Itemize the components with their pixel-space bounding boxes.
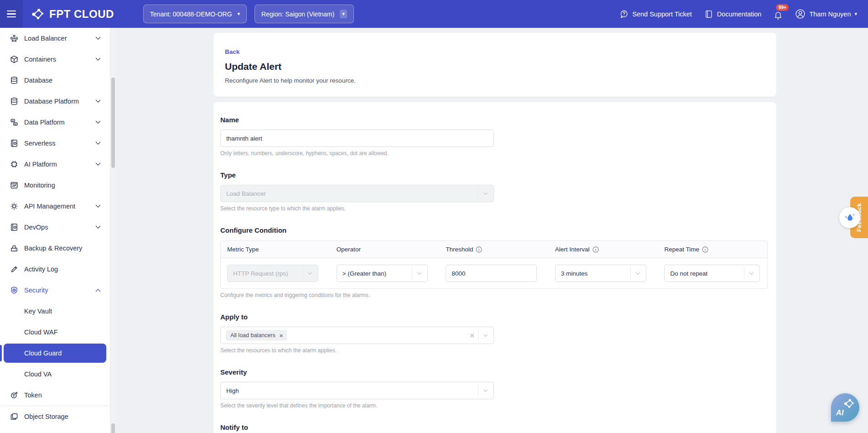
apply-to-select[interactable]: All load balancers × × — [220, 327, 494, 344]
sidebar-item-label: Key Vault — [24, 308, 52, 315]
alert-interval-select[interactable]: 3 minutes — [555, 265, 646, 282]
sidebar-item-token[interactable]: Token — [0, 385, 110, 406]
shield-icon — [10, 286, 18, 294]
documentation-label: Documentation — [717, 10, 762, 18]
sidebar-item-devops[interactable]: DevOps — [0, 217, 110, 238]
sidebar-item-backup-recovery[interactable]: Backup & Recovery — [0, 238, 110, 259]
feedback-icon-circle — [839, 207, 860, 228]
sidebar-item-containers[interactable]: Containers — [0, 49, 110, 70]
type-section: Type Load Balancer Select the resource t… — [220, 171, 768, 212]
sidebar-item-load-balancer[interactable]: Load Balancer — [0, 28, 110, 49]
fpt-cloud-logo-icon — [31, 7, 45, 21]
configure-condition-section: Configure Condition Metric TypeOperatorT… — [220, 226, 768, 298]
chevron-down-icon — [95, 141, 101, 145]
gear-icon — [10, 202, 18, 210]
sidebar-scrollbar[interactable] — [110, 28, 115, 433]
navbar-actions: Send Support Ticket Documentation 99+ Th… — [619, 8, 868, 20]
type-label: Type — [220, 171, 768, 179]
alert-interval-value: 3 minutes — [561, 270, 588, 277]
threshold-value: 8000 — [452, 270, 465, 277]
feedback-tab[interactable]: Feedback — [850, 197, 868, 238]
sidebar-item-label: Cloud WAF — [24, 329, 58, 336]
sidebar-item-database-platform[interactable]: Database Platform — [0, 91, 110, 112]
sidebar-item-data-platform[interactable]: Data Platform — [0, 112, 110, 133]
sidebar-item-object-storage[interactable]: Object Storage — [0, 406, 110, 427]
threshold-cell: 8000 — [439, 265, 549, 282]
sidebar-item-ai-platform[interactable]: AI Platform — [0, 154, 110, 175]
ai-assistant-button[interactable]: AI — [831, 393, 859, 422]
support-chat-icon — [619, 10, 629, 19]
send-support-ticket-link[interactable]: Send Support Ticket — [619, 10, 692, 19]
alert-form-card: Name thamnth alert Only letters, numbers… — [213, 102, 776, 433]
ai-label: AI — [836, 409, 844, 417]
caret-down-icon: ▾ — [238, 11, 240, 16]
folders-icon — [10, 412, 18, 421]
back-link[interactable]: Back — [225, 48, 239, 55]
column-header-label: Alert Interval — [555, 246, 590, 253]
chip-remove-icon[interactable]: × — [280, 333, 283, 339]
sidebar-item-label: Database Platform — [24, 98, 79, 105]
sidebar-item-key-vault[interactable]: Key Vault — [0, 301, 110, 322]
column-header-label: Metric Type — [227, 246, 259, 253]
sidebar-item-monitoring[interactable]: Monitoring — [0, 175, 110, 196]
documentation-link[interactable]: Documentation — [704, 10, 762, 19]
scrollbar-thumb[interactable] — [111, 423, 115, 433]
chevron-down-icon — [635, 272, 640, 275]
bookgear-icon — [10, 139, 18, 147]
apply-to-section: Apply to All load balancers × × Select t… — [220, 313, 768, 354]
bookgear-icon — [10, 223, 18, 231]
column-header-operator: Operator — [330, 246, 440, 253]
chevron-down-icon — [95, 204, 101, 208]
sidebar-item-label: Cloud Guard — [24, 350, 62, 357]
chip-label: All load balancers — [230, 332, 275, 339]
db-icon — [10, 97, 18, 105]
brand-logo: FPT CLOUD — [31, 7, 114, 21]
hamburger-menu-button[interactable] — [0, 0, 23, 28]
main-content: Back Update Alert Reconfigure Alert to h… — [115, 28, 868, 433]
column-header-label: Repeat Time — [664, 246, 699, 253]
sidebar-item-label: Load Balancer — [24, 35, 67, 42]
region-selector[interactable]: Region: Saigon (Vietnam) ▾ — [255, 5, 354, 23]
notification-count-badge: 99+ — [776, 4, 789, 11]
water-drop-icon — [844, 212, 856, 224]
bell-icon — [774, 11, 783, 20]
threshold-input[interactable]: 8000 — [446, 265, 537, 282]
repeat-time-select[interactable]: Do not repeat — [664, 265, 760, 282]
type-value: Load Balancer — [226, 190, 266, 197]
sidebar-item-activity-log[interactable]: Activity Log — [0, 259, 110, 280]
sidebar-item-label: Monitoring — [24, 182, 55, 189]
brand-name: FPT CLOUD — [49, 8, 114, 21]
sidebar-item-cloud-guard[interactable]: Cloud Guard — [0, 343, 110, 364]
name-input[interactable]: thamnth alert — [220, 130, 494, 147]
scrollbar-thumb[interactable] — [111, 78, 115, 168]
pencil-icon — [10, 265, 18, 273]
chevron-down-icon — [95, 162, 101, 166]
user-menu[interactable]: Tham Nguyen ▾ — [795, 9, 857, 19]
sidebar-item-cloud-waf[interactable]: Cloud WAF — [0, 322, 110, 343]
chevron-down-icon — [95, 99, 101, 103]
chevron-down-icon — [483, 334, 488, 337]
sidebar-item-label: API Management — [24, 203, 75, 210]
chip-icon — [10, 160, 18, 168]
name-section: Name thamnth alert Only letters, numbers… — [220, 116, 768, 157]
notifications-button[interactable]: 99+ — [774, 11, 783, 20]
operator-select[interactable]: > (Greater than) — [337, 265, 428, 282]
severity-helper: Select the severity level that defines t… — [220, 402, 768, 409]
clear-selection-icon[interactable]: × — [470, 332, 474, 339]
repeat-time-value: Do not repeat — [670, 270, 707, 277]
sidebar-item-serverless[interactable]: Serverless — [0, 133, 110, 154]
page-header-card: Back Update Alert Reconfigure Alert to h… — [213, 33, 776, 97]
sidebar-item-security[interactable]: Security — [0, 280, 110, 301]
drive-icon — [10, 244, 18, 252]
sidebar-item-database[interactable]: Database — [0, 70, 110, 91]
sidebar-item-api-management[interactable]: API Management — [0, 196, 110, 217]
sidebar-item-label: AI Platform — [24, 161, 57, 168]
name-label: Name — [220, 116, 768, 124]
severity-select[interactable]: High — [220, 382, 494, 399]
sidebar-item-cloud-va[interactable]: Cloud VA — [0, 364, 110, 385]
type-select: Load Balancer — [220, 185, 494, 202]
notify-to-label: Notify to — [220, 423, 768, 431]
info-icon — [702, 246, 708, 253]
sidebar-item-label: Security — [24, 287, 48, 294]
tenant-selector[interactable]: Tenant: 000488-DEMO-ORG ▾ — [143, 5, 247, 23]
